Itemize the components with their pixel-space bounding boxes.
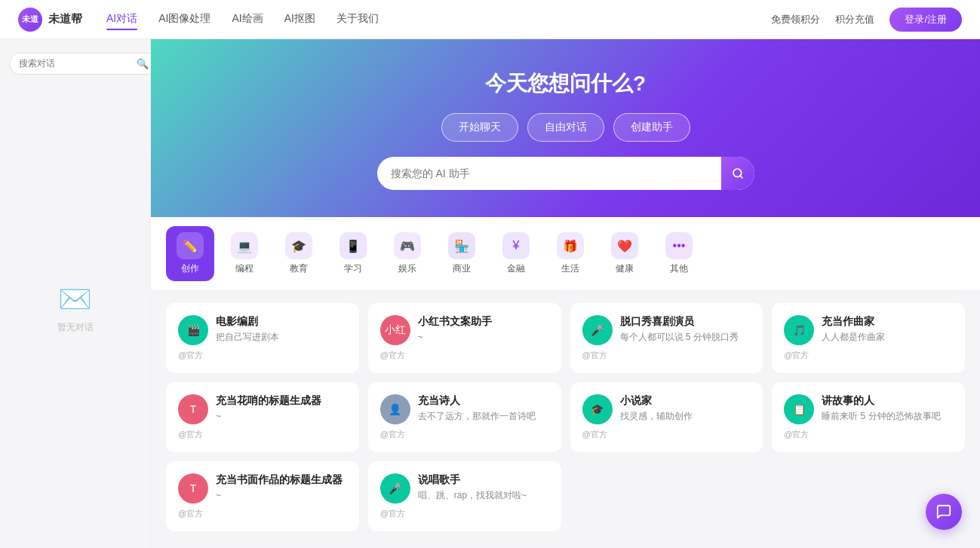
card-avatar: 🎤 (380, 473, 410, 504)
empty-text: 暂无对话 (57, 321, 94, 334)
nav-right: 免费领积分 积分充值 登录/注册 (771, 8, 962, 32)
category-label-编程: 编程 (235, 262, 253, 275)
card-avatar: 🎵 (784, 315, 814, 345)
card-title: 充当作曲家 (822, 315, 953, 329)
card-info: 讲故事的人 睡前来听 5 分钟的恐怖故事吧 (822, 394, 953, 423)
card-header: 🎤 说唱歌手 唱、跳、rap，找我就对啦~ (380, 473, 549, 504)
start-chat-button[interactable]: 开始聊天 (441, 113, 518, 142)
card-title: 充当花哨的标题生成器 (216, 394, 347, 408)
category-item-教育[interactable]: 🎓教育 (275, 226, 323, 281)
card-avatar: T (178, 394, 208, 424)
category-item-娱乐[interactable]: 🎮娱乐 (383, 226, 432, 281)
hero-search-box[interactable] (377, 157, 754, 190)
nav-link-AI图像处理[interactable]: AI图像处理 (158, 12, 210, 27)
nav-links: AI对话AI图像处理AI绘画AI抠图关于我们 (106, 12, 771, 27)
category-label-健康: 健康 (616, 262, 634, 275)
card-author: @官方 (178, 350, 347, 361)
category-item-学习[interactable]: 📱学习 (329, 226, 377, 281)
category-label-金融: 金融 (507, 262, 525, 275)
card-avatar: 小红 (380, 315, 410, 345)
card-item[interactable]: T 充当书面作品的标题生成器 ~ @官方 (166, 461, 359, 531)
category-icon-编程: 💻 (231, 232, 258, 259)
category-item-编程[interactable]: 💻编程 (220, 226, 269, 281)
sidebar-search-box[interactable]: 🔍 (9, 53, 158, 75)
card-author: @官方 (582, 350, 751, 361)
category-icon-商业: 🏪 (448, 232, 475, 259)
card-desc: 找灵感，辅助创作 (620, 410, 751, 423)
category-icon-娱乐: 🎮 (394, 232, 421, 259)
nav-link-AI绘画[interactable]: AI绘画 (232, 12, 263, 27)
card-avatar: 🎓 (582, 394, 613, 424)
card-author: @官方 (582, 429, 751, 440)
card-item[interactable]: 📋 讲故事的人 睡前来听 5 分钟的恐怖故事吧 @官方 (772, 382, 965, 452)
card-item[interactable]: 🎵 充当作曲家 人人都是作曲家 @官方 (772, 303, 965, 373)
card-title: 充当诗人 (418, 394, 549, 408)
logo[interactable]: 未道 未道帮 (18, 8, 82, 32)
category-label-创作: 创作 (181, 262, 199, 275)
card-info: 小红书文案助手 ~ (418, 315, 549, 344)
card-avatar: 🎬 (178, 315, 208, 345)
card-header: 🎓 小说家 找灵感，辅助创作 (582, 394, 751, 424)
card-desc: ~ (216, 410, 347, 423)
nav-link-AI对话[interactable]: AI对话 (106, 12, 137, 27)
hero-banner: 今天您想问什么? 开始聊天 自由对话 创建助手 (151, 39, 980, 217)
card-item[interactable]: 🎤 脱口秀喜剧演员 每个人都可以说 5 分钟脱口秀 @官方 (570, 303, 763, 373)
float-chat-button[interactable] (926, 494, 962, 530)
category-icon-健康: ❤️ (611, 232, 638, 259)
card-info: 充当花哨的标题生成器 ~ (216, 394, 347, 423)
card-header: 小红 小红书文案助手 ~ (380, 315, 549, 345)
search-icon: 🔍 (137, 58, 149, 69)
free-chat-button[interactable]: 自由对话 (527, 113, 604, 142)
card-item[interactable]: 🎬 电影编剧 把自己写进剧本 @官方 (166, 303, 359, 373)
category-item-创作[interactable]: ✏️创作 (166, 226, 214, 281)
category-item-健康[interactable]: ❤️健康 (601, 226, 649, 281)
category-icon-其他: ••• (665, 232, 693, 259)
nav-link-AI抠图[interactable]: AI抠图 (284, 12, 315, 27)
card-desc: 每个人都可以说 5 分钟脱口秀 (620, 331, 751, 344)
hero-search-button[interactable] (721, 157, 754, 190)
category-label-商业: 商业 (453, 262, 471, 275)
card-title: 脱口秀喜剧演员 (620, 315, 751, 329)
card-header: 👤 充当诗人 去不了远方，那就作一首诗吧 (380, 394, 549, 424)
nav-link-关于我们[interactable]: 关于我们 (336, 12, 379, 27)
card-title: 小红书文案助手 (418, 315, 549, 329)
login-button[interactable]: 登录/注册 (889, 8, 962, 32)
card-item[interactable]: 👤 充当诗人 去不了远方，那就作一首诗吧 @官方 (368, 382, 561, 452)
category-icon-教育: 🎓 (285, 232, 312, 259)
card-item[interactable]: 🎓 小说家 找灵感，辅助创作 @官方 (570, 382, 763, 452)
empty-inbox-icon: ✉️ (58, 283, 92, 315)
category-item-其他[interactable]: •••其他 (655, 226, 703, 281)
category-item-生活[interactable]: 🎁生活 (546, 226, 594, 281)
category-item-金融[interactable]: ¥金融 (492, 226, 540, 281)
top-navigation: 未道 未道帮 AI对话AI图像处理AI绘画AI抠图关于我们 免费领积分 积分充值… (0, 0, 980, 39)
card-item[interactable]: T 充当花哨的标题生成器 ~ @官方 (166, 382, 359, 452)
card-author: @官方 (380, 508, 549, 519)
card-title: 说唱歌手 (418, 473, 549, 487)
card-author: @官方 (784, 429, 953, 440)
sidebar-empty-state: ✉️ 暂无对话 (9, 81, 141, 536)
category-label-生活: 生活 (561, 262, 579, 275)
card-title: 小说家 (620, 394, 751, 408)
search-input[interactable] (19, 58, 132, 69)
create-assistant-button[interactable]: 创建助手 (613, 113, 690, 142)
card-desc: 人人都是作曲家 (822, 331, 953, 344)
card-header: 📋 讲故事的人 睡前来听 5 分钟的恐怖故事吧 (784, 394, 953, 424)
card-header: T 充当书面作品的标题生成器 ~ (178, 473, 347, 504)
card-avatar: 📋 (784, 394, 814, 424)
free-points-link[interactable]: 免费领积分 (771, 13, 820, 26)
card-info: 电影编剧 把自己写进剧本 (216, 315, 347, 344)
category-icon-学习: 📱 (339, 232, 367, 259)
sidebar: 🔍 ✉️ 暂无对话 (0, 39, 151, 548)
card-title: 讲故事的人 (822, 394, 953, 408)
category-icon-创作: ✏️ (177, 232, 204, 259)
category-label-学习: 学习 (344, 262, 362, 275)
card-item[interactable]: 🎤 说唱歌手 唱、跳、rap，找我就对啦~ @官方 (368, 461, 561, 531)
recharge-link[interactable]: 积分充值 (835, 13, 874, 26)
category-item-商业[interactable]: 🏪商业 (438, 226, 486, 281)
card-item[interactable]: 小红 小红书文案助手 ~ @官方 (368, 303, 561, 373)
card-author: @官方 (178, 508, 347, 519)
card-desc: ~ (418, 331, 549, 344)
card-header: 🎬 电影编剧 把自己写进剧本 (178, 315, 347, 345)
hero-search-input[interactable] (377, 160, 721, 187)
card-desc: ~ (216, 489, 347, 502)
